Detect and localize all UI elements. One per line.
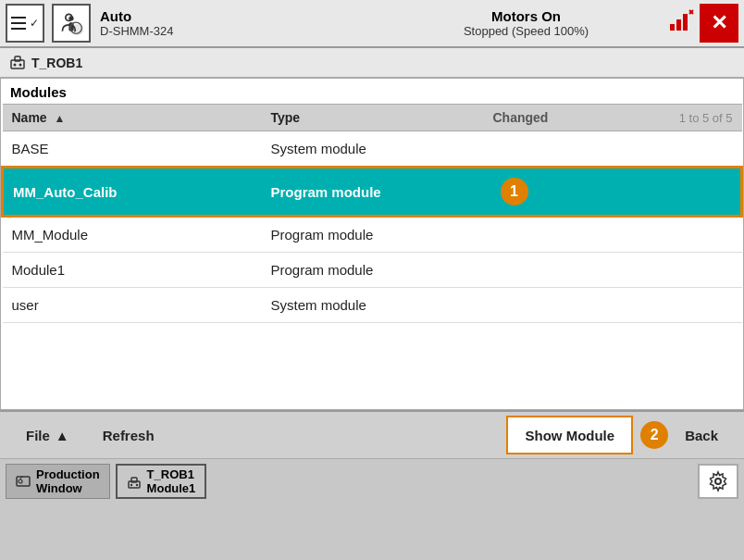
taskbar-item2-text: T_ROB1 Module1 <box>147 467 196 495</box>
chevron-down-icon: ✓ <box>30 17 39 30</box>
row-changed: 1 <box>484 168 623 217</box>
row-name: Module1 <box>3 253 262 288</box>
main-content: Modules Name ▲ Type Changed 1 to 5 of <box>0 78 744 410</box>
svg-point-16 <box>19 479 22 483</box>
breadcrumb-label: T_ROB1 <box>31 56 82 70</box>
svg-point-13 <box>14 64 17 67</box>
file-arrow-icon: ▲ <box>56 428 69 443</box>
robot-mode: Auto <box>100 8 384 24</box>
signal-bars-icon <box>668 7 694 33</box>
settings-button[interactable] <box>698 464 738 499</box>
col-type-header[interactable]: Type <box>262 105 484 131</box>
table-row[interactable]: MM_Auto_CalibProgram module1 <box>3 168 742 217</box>
table-row[interactable]: BASESystem module <box>3 131 742 168</box>
svg-rect-8 <box>683 14 688 31</box>
modules-table-wrapper: Name ▲ Type Changed 1 to 5 of 5 BASESyst… <box>1 104 743 409</box>
svg-point-20 <box>135 483 137 485</box>
motors-status: Motors On <box>491 8 561 24</box>
svg-rect-7 <box>676 19 681 31</box>
file-button[interactable]: File ▲ <box>9 416 86 454</box>
svg-rect-6 <box>670 24 675 31</box>
table-row[interactable]: MM_ModuleProgram module <box>3 217 742 253</box>
row-name: MM_Module <box>3 217 262 253</box>
row-type: Program module <box>262 217 484 253</box>
robot-info: Auto D-SHMM-324 <box>100 8 384 38</box>
taskbar-trob1-module1[interactable]: T_ROB1 Module1 <box>116 464 207 499</box>
svg-point-14 <box>19 64 22 67</box>
modules-table: Name ▲ Type Changed 1 to 5 of 5 BASESyst… <box>1 104 743 323</box>
badge-2: 2 <box>640 421 668 449</box>
status-info: Motors On Stopped (Speed 100%) <box>384 8 668 38</box>
table-header: Name ▲ Type Changed 1 to 5 of 5 <box>3 105 742 131</box>
row-type: Program module <box>262 168 484 217</box>
col-count-header: 1 to 5 of 5 <box>623 105 742 131</box>
row-changed <box>484 288 623 323</box>
taskbar: Production Window T_ROB1 Module1 <box>0 458 744 503</box>
back-button[interactable]: Back <box>668 416 735 454</box>
col-changed-header: Changed <box>484 105 623 131</box>
production-icon <box>16 474 31 489</box>
row-type: System module <box>262 288 484 323</box>
taskbar-item1-text: Production Window <box>36 467 100 495</box>
row-type: System module <box>262 131 484 168</box>
badge-1: 1 <box>501 178 528 205</box>
row-changed <box>484 253 623 288</box>
svg-point-19 <box>130 483 131 485</box>
breadcrumb: T_ROB1 <box>0 48 744 78</box>
settings-icon <box>707 470 729 492</box>
hamburger-icon <box>11 17 26 30</box>
row-changed <box>484 217 623 253</box>
sort-arrow-icon: ▲ <box>55 112 66 125</box>
row-type: Program module <box>262 253 484 288</box>
svg-text:i: i <box>74 25 76 34</box>
close-button[interactable]: ✕ <box>700 4 738 43</box>
robot-id: D-SHMM-324 <box>100 24 384 38</box>
svg-point-21 <box>715 479 721 484</box>
table-body: BASESystem moduleMM_Auto_CalibProgram mo… <box>3 131 742 323</box>
row-changed <box>484 131 623 168</box>
row-name: MM_Auto_Calib <box>3 168 262 217</box>
svg-rect-18 <box>131 478 137 482</box>
speed-status: Stopped (Speed 100%) <box>464 24 589 38</box>
top-bar-left: ✓ i <box>6 4 91 43</box>
info-icon: i <box>58 10 84 36</box>
table-row[interactable]: userSystem module <box>3 288 742 323</box>
signal-icon <box>668 7 694 39</box>
section-title: Modules <box>1 79 743 104</box>
row-name: BASE <box>3 131 262 168</box>
top-bar-right: ✕ <box>668 4 738 43</box>
table-row[interactable]: Module1Program module <box>3 253 742 288</box>
svg-rect-12 <box>15 56 20 61</box>
robot-icon <box>9 53 26 72</box>
info-button[interactable]: i <box>52 4 91 43</box>
bottom-toolbar: File ▲ Refresh Show Module 2 Back <box>0 410 744 458</box>
row-name: user <box>3 288 262 323</box>
robot-small-icon <box>127 474 142 489</box>
refresh-button[interactable]: Refresh <box>86 416 171 454</box>
col-name-header[interactable]: Name ▲ <box>3 105 262 131</box>
show-module-button[interactable]: Show Module <box>506 416 633 454</box>
taskbar-production-window[interactable]: Production Window <box>6 464 110 499</box>
menu-button[interactable]: ✓ <box>6 4 44 43</box>
top-bar: ✓ i Auto D-SHMM-324 Motors On Stopped (S… <box>0 0 744 48</box>
